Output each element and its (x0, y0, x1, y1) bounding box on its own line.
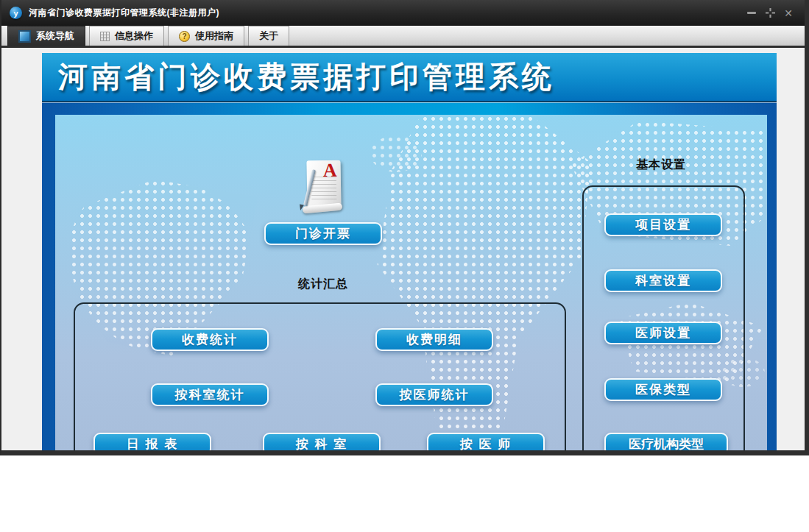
tab-label: 使用指南 (195, 29, 233, 43)
tab-information-operation[interactable]: 信息操作 (89, 26, 164, 46)
insurance-type-button[interactable]: 医保类型 (604, 378, 722, 401)
tab-system-navigation[interactable]: 系统导航 (7, 26, 85, 46)
medical-institution-type-button[interactable]: 医疗机构类型 (604, 433, 728, 450)
title-bar: y 河南省门诊收费票据打印管理系统(非注册用户) ✕ (1, 0, 805, 26)
tab-bar: 系统导航 信息操作 ? 使用指南 关于 (1, 26, 805, 48)
daily-report-button[interactable]: 日 报 表 (93, 433, 211, 450)
physician-settings-button[interactable]: 医师设置 (604, 322, 722, 344)
invoice-letter-a: A (323, 161, 337, 180)
tab-label: 系统导航 (36, 29, 74, 43)
page-title: 河南省门诊收费票据打印管理系统 (58, 57, 555, 97)
fee-details-button[interactable]: 收费明细 (375, 328, 493, 351)
map-background: A 门诊开票 统计汇总 收费统计 收费明细 按科室统计 按医师统计 日 报 表 … (55, 115, 767, 450)
app-window: y 河南省门诊收费票据打印管理系统(非注册用户) ✕ 系统导 (0, 0, 809, 455)
restore-button[interactable] (764, 7, 776, 19)
restore-icon (766, 8, 775, 18)
item-settings-button[interactable]: 项目设置 (604, 213, 722, 236)
minimize-icon (747, 12, 756, 14)
fee-statistics-button[interactable]: 收费统计 (151, 328, 269, 351)
help-coin-icon: ? (179, 31, 190, 42)
tab-about[interactable]: 关于 (248, 26, 289, 46)
banner: 河南省门诊收费票据打印管理系统 (42, 53, 777, 102)
stats-by-physician-button[interactable]: 按医师统计 (375, 383, 493, 406)
close-button[interactable]: ✕ (782, 7, 794, 19)
outpatient-invoicing-button[interactable]: 门诊开票 (264, 222, 382, 245)
minimize-button[interactable] (746, 7, 757, 19)
world-map-dots (370, 135, 422, 172)
window-title: 河南省门诊收费票据打印管理系统(非注册用户) (29, 7, 219, 19)
settings-group-label: 基本设置 (602, 157, 720, 173)
window-controls: ✕ (746, 7, 794, 19)
desktop-background: y 河南省门诊收费票据打印管理系统(非注册用户) ✕ 系统导 (0, 0, 809, 532)
stats-group-label: 统计汇总 (264, 277, 382, 292)
stats-group-box (74, 302, 566, 450)
close-icon: ✕ (784, 8, 793, 18)
tab-user-guide[interactable]: ? 使用指南 (168, 26, 244, 46)
by-physician-button[interactable]: 按 医 师 (427, 433, 545, 450)
app-logo-icon: y (10, 7, 22, 19)
by-department-button[interactable]: 按 科 室 (263, 433, 381, 450)
main-panel: A 门诊开票 统计汇总 收费统计 收费明细 按科室统计 按医师统计 日 报 表 … (42, 102, 777, 450)
stats-by-department-button[interactable]: 按科室统计 (151, 383, 269, 406)
tab-label: 信息操作 (115, 29, 153, 43)
invoice-document-icon: A (298, 159, 348, 218)
grid-icon (100, 32, 110, 41)
department-settings-button[interactable]: 科室设置 (604, 269, 722, 292)
tab-label: 关于 (259, 29, 278, 43)
blue-square-icon (18, 30, 31, 43)
